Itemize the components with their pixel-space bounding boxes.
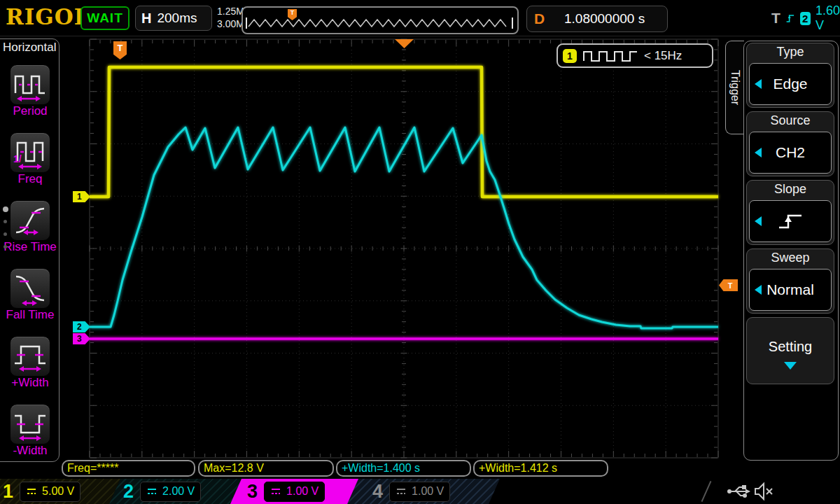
oscilloscope-screen: RIGOL WAIT H 200ms 1.25MSa/s 3.00M pts T… — [0, 0, 840, 504]
channel4-number: 4 — [372, 479, 383, 504]
trigger-source-label: Source — [747, 113, 834, 128]
dc-coupling-icon — [270, 488, 281, 496]
trigger-sweep-item[interactable]: Sweep Normal — [746, 248, 834, 314]
dc-coupling-icon — [396, 488, 407, 496]
channel1-scale-box: 5.00 V — [20, 482, 80, 502]
trigger-sweep-value[interactable]: Normal — [749, 269, 832, 311]
usb-icon — [727, 482, 750, 500]
channel3-number: 3 — [247, 479, 258, 504]
measurement-pwidth-ch1[interactable]: +Width=1.412 s — [473, 460, 608, 477]
trigger-menu-tab: Trigger — [725, 41, 744, 134]
trigger-type-text: Edge — [773, 76, 807, 92]
speaker-muted-icon — [753, 482, 774, 501]
channel2-scale-box: 2.00 V — [140, 482, 201, 502]
channel2-scale: 2.00 V — [162, 485, 195, 498]
square-wave-icon — [582, 49, 638, 63]
trigger-sweep-label: Sweep — [747, 251, 834, 265]
trigger-source-item[interactable]: Source CH2 — [746, 111, 834, 176]
trigger-source-text: CH2 — [776, 144, 805, 161]
channel1-status[interactable]: 1 5.00 V — [0, 479, 120, 504]
channel3-scale: 1.00 V — [286, 485, 318, 498]
trigger-type-item[interactable]: Type Edge — [746, 43, 834, 108]
left-arrow-icon — [755, 285, 762, 295]
dc-coupling-icon — [146, 488, 158, 496]
channel4-scale: 1.00 V — [412, 485, 444, 498]
trigger-source-value[interactable]: CH2 — [749, 132, 832, 174]
trigger-source-badge: 1 — [563, 49, 577, 63]
trigger-frequency-box: 1 < 15Hz — [556, 43, 713, 68]
dc-coupling-icon — [26, 488, 37, 496]
trigger-frequency-value: < 15Hz — [644, 49, 682, 63]
measurement-pwidth-ch2[interactable]: +Width=1.400 s — [336, 460, 471, 477]
channel1-number: 1 — [3, 479, 13, 504]
trigger-type-label: Type — [747, 45, 834, 59]
channel4-scale-box: 1.00 V — [389, 482, 450, 502]
left-arrow-icon — [755, 216, 762, 226]
measurement-max[interactable]: Max=12.8 V — [198, 460, 334, 477]
trigger-slope-value[interactable] — [749, 200, 832, 242]
left-arrow-icon — [755, 148, 762, 158]
channel-status-bar: 1 5.00 V 2 2.00 V 3 — [0, 479, 840, 504]
channel4-status[interactable]: 4 1.00 V — [347, 479, 500, 504]
trigger-menu-tab-label: Trigger — [729, 70, 741, 105]
channel2-status[interactable]: 2 2.00 V — [109, 479, 251, 504]
trigger-setting-label: Setting — [747, 339, 834, 355]
trigger-type-value[interactable]: Edge — [749, 63, 832, 105]
waveform-display — [0, 0, 840, 462]
statusbar-divider — [701, 481, 712, 502]
channel3-scale-box: 1.00 V — [264, 482, 325, 502]
trigger-setting-button[interactable]: Setting — [746, 317, 834, 384]
channel2-number: 2 — [123, 479, 134, 504]
trigger-slope-label: Slope — [747, 182, 834, 197]
measurement-freq[interactable]: Freq=***** — [62, 460, 195, 477]
trigger-slope-item[interactable]: Slope — [746, 180, 834, 245]
left-arrow-icon — [755, 79, 762, 89]
channel1-scale: 5.00 V — [42, 485, 74, 498]
down-arrow-icon — [784, 362, 797, 370]
trigger-sweep-text: Normal — [766, 281, 814, 298]
rising-edge-icon — [776, 210, 805, 232]
